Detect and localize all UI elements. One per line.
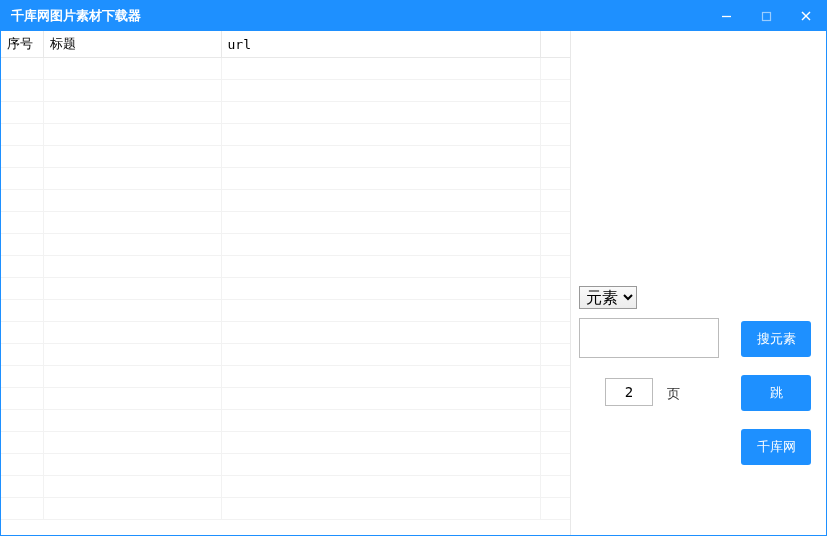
table-cell — [540, 256, 570, 278]
table-cell — [540, 146, 570, 168]
table-cell — [221, 256, 540, 278]
table-cell — [43, 102, 221, 124]
table-cell — [1, 146, 43, 168]
table-row[interactable] — [1, 58, 570, 80]
table-row[interactable] — [1, 102, 570, 124]
table-cell — [540, 168, 570, 190]
table-cell — [1, 102, 43, 124]
table-cell — [540, 344, 570, 366]
table-cell — [221, 300, 540, 322]
table-cell — [1, 190, 43, 212]
table-cell — [221, 80, 540, 102]
table-cell — [540, 498, 570, 520]
table-row[interactable] — [1, 454, 570, 476]
table-cell — [1, 58, 43, 80]
table-row[interactable] — [1, 190, 570, 212]
table-cell — [43, 322, 221, 344]
table-row[interactable] — [1, 212, 570, 234]
table-cell — [221, 432, 540, 454]
window-controls — [706, 1, 826, 31]
table-cell — [1, 344, 43, 366]
table-cell — [540, 212, 570, 234]
table-cell — [1, 476, 43, 498]
table-cell — [540, 432, 570, 454]
page-suffix-label: 页 — [667, 385, 680, 403]
table-cell — [540, 102, 570, 124]
table-cell — [221, 344, 540, 366]
table-row[interactable] — [1, 498, 570, 520]
maximize-button[interactable] — [746, 1, 786, 31]
table-row[interactable] — [1, 234, 570, 256]
table-row[interactable] — [1, 432, 570, 454]
table-cell — [1, 80, 43, 102]
table-cell — [43, 344, 221, 366]
content-area: 序号 标题 url 元素 页 搜元素 跳 千库网 — [1, 31, 826, 535]
table-cell — [540, 234, 570, 256]
column-header-spacer — [540, 31, 570, 58]
table-cell — [1, 168, 43, 190]
table-cell — [540, 366, 570, 388]
site-link-button[interactable]: 千库网 — [741, 429, 811, 465]
table-cell — [1, 278, 43, 300]
table-cell — [1, 300, 43, 322]
table-cell — [43, 256, 221, 278]
table-cell — [540, 124, 570, 146]
table-row[interactable] — [1, 366, 570, 388]
table-cell — [1, 388, 43, 410]
table-cell — [43, 234, 221, 256]
table-cell — [1, 212, 43, 234]
table-row[interactable] — [1, 410, 570, 432]
table-row[interactable] — [1, 146, 570, 168]
table-cell — [221, 146, 540, 168]
page-number-input[interactable] — [605, 378, 653, 406]
titlebar: 千库网图片素材下载器 — [1, 1, 826, 31]
table-cell — [43, 146, 221, 168]
table-cell — [43, 168, 221, 190]
table-row[interactable] — [1, 278, 570, 300]
table-cell — [221, 278, 540, 300]
table-cell — [1, 454, 43, 476]
column-header-title[interactable]: 标题 — [43, 31, 221, 58]
table-cell — [221, 102, 540, 124]
table-cell — [221, 168, 540, 190]
table-cell — [43, 410, 221, 432]
table-cell — [1, 366, 43, 388]
minimize-button[interactable] — [706, 1, 746, 31]
category-select[interactable]: 元素 — [579, 286, 637, 309]
table-cell — [1, 498, 43, 520]
table-cell — [221, 58, 540, 80]
table-cell — [1, 322, 43, 344]
close-icon — [800, 10, 812, 22]
table-row[interactable] — [1, 344, 570, 366]
table-cell — [1, 432, 43, 454]
search-input[interactable] — [579, 318, 719, 358]
table-row[interactable] — [1, 476, 570, 498]
search-button[interactable]: 搜元素 — [741, 321, 811, 357]
table-cell — [540, 388, 570, 410]
table-row[interactable] — [1, 322, 570, 344]
table-row[interactable] — [1, 124, 570, 146]
column-header-index[interactable]: 序号 — [1, 31, 43, 58]
table-row[interactable] — [1, 256, 570, 278]
table-cell — [221, 476, 540, 498]
table-cell — [221, 388, 540, 410]
table-cell — [221, 410, 540, 432]
table-cell — [43, 80, 221, 102]
table-cell — [43, 58, 221, 80]
jump-button[interactable]: 跳 — [741, 375, 811, 411]
table-cell — [540, 410, 570, 432]
table-cell — [221, 322, 540, 344]
table-cell — [540, 476, 570, 498]
table-cell — [1, 256, 43, 278]
table-cell — [43, 388, 221, 410]
table-row[interactable] — [1, 80, 570, 102]
column-header-url[interactable]: url — [221, 31, 540, 58]
table-row[interactable] — [1, 168, 570, 190]
table-cell — [43, 212, 221, 234]
close-button[interactable] — [786, 1, 826, 31]
table-row[interactable] — [1, 388, 570, 410]
table-cell — [221, 454, 540, 476]
table-cell — [43, 476, 221, 498]
table-cell — [43, 300, 221, 322]
table-row[interactable] — [1, 300, 570, 322]
